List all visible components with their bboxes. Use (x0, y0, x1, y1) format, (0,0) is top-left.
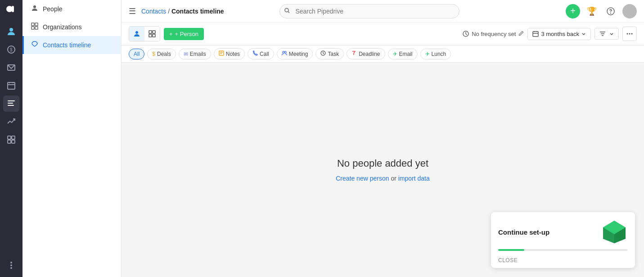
toolbar: + + Person No frequency set 3 months bac… (122, 23, 644, 45)
organizations-icon (31, 23, 38, 32)
edit-frequency-icon[interactable] (518, 31, 524, 37)
filter-chevron (609, 32, 614, 36)
chip-deadline-label: Deadline (359, 51, 380, 57)
nav-mail-icon[interactable] (3, 59, 19, 76)
chip-meeting[interactable]: Meeting (277, 48, 313, 59)
hamburger-icon[interactable]: ☰ (129, 6, 136, 16)
people-icon (31, 5, 38, 14)
sidebar-item-people[interactable]: People (23, 0, 121, 18)
chip-notes-label: Notes (226, 51, 240, 57)
create-person-link[interactable]: Create new person (336, 175, 389, 182)
search-icon (284, 7, 290, 15)
search-bar (279, 4, 459, 18)
chip-deadline[interactable]: Deadline (347, 48, 385, 59)
nav-calendar-icon[interactable] (3, 77, 19, 94)
svg-rect-28 (149, 34, 152, 37)
filter-icon (599, 31, 606, 37)
chip-notes-icon (219, 50, 224, 57)
add-person-label: + Person (175, 31, 198, 37)
chip-all-label: All (134, 51, 140, 57)
svg-rect-13 (12, 140, 15, 143)
svg-point-16 (10, 267, 12, 269)
chip-lunch-label: Lunch (432, 51, 446, 57)
frequency-label: No frequency set (472, 31, 516, 37)
svg-rect-26 (149, 31, 152, 33)
svg-rect-9 (8, 105, 14, 106)
svg-rect-11 (12, 136, 15, 139)
main-content: ☰ Contacts / Contacts timeline + 🏆 (122, 0, 644, 277)
svg-rect-31 (533, 32, 538, 36)
svg-point-32 (627, 33, 628, 35)
view-list-button[interactable] (129, 27, 144, 41)
svg-point-15 (10, 264, 12, 266)
svg-rect-21 (35, 27, 38, 29)
setup-card-body (491, 249, 635, 251)
more-dots-icon (626, 31, 633, 37)
help-icon[interactable] (603, 4, 618, 18)
view-grid-button[interactable] (144, 27, 160, 41)
chip-email-label: Email (399, 51, 413, 57)
chip-lunch[interactable]: ✈ Lunch (420, 49, 451, 59)
chip-email-icon: ✈ (393, 51, 397, 57)
sidebar-timeline-label: Contacts timeline (43, 41, 91, 49)
setup-card-title: Continue set-up (498, 228, 549, 236)
breadcrumb: Contacts / Contacts timeline (141, 8, 224, 15)
svg-rect-12 (8, 140, 11, 143)
topbar-actions: + 🏆 (566, 4, 637, 18)
breadcrumb-parent[interactable]: Contacts (141, 8, 166, 15)
more-options-button[interactable] (622, 27, 637, 41)
setup-close-button[interactable]: CLOSE (498, 257, 518, 263)
add-person-icon: + (169, 31, 173, 37)
svg-rect-7 (8, 100, 15, 101)
nav-products-icon[interactable] (3, 132, 19, 148)
svg-point-17 (33, 5, 36, 8)
svg-rect-8 (8, 103, 13, 104)
chip-deals[interactable]: $ Deals (147, 49, 176, 59)
date-range-chevron (581, 32, 586, 36)
sidebar-people-label: People (43, 5, 63, 13)
nav-contacts-icon[interactable] (3, 23, 19, 40)
svg-rect-27 (153, 31, 155, 33)
svg-rect-19 (35, 23, 38, 26)
chip-notes[interactable]: Notes (214, 48, 245, 59)
chip-emails-label: Emails (190, 51, 206, 57)
app-logo[interactable] (4, 4, 18, 18)
svg-point-14 (10, 262, 12, 263)
sidebar-item-organizations[interactable]: Organizations (23, 18, 121, 36)
nav-timeline-icon[interactable] (3, 95, 19, 112)
setup-progress-bar (498, 249, 628, 251)
nav-deals-icon[interactable]: $ (3, 41, 19, 58)
sidebar-item-contacts-timeline[interactable]: Contacts timeline (23, 36, 121, 54)
chip-email[interactable]: ✈ Email (388, 49, 418, 59)
svg-point-22 (285, 8, 288, 12)
import-data-link[interactable]: import data (398, 175, 430, 182)
filter-button[interactable] (594, 28, 619, 40)
chip-all[interactable]: All (129, 49, 144, 59)
search-input[interactable] (279, 4, 459, 18)
date-range-button[interactable]: 3 months back (527, 28, 591, 40)
chip-emails[interactable]: ✉ Emails (179, 49, 211, 59)
setup-card: Continue set-up (491, 212, 635, 268)
content-area: + + Person No frequency set 3 months bac… (122, 23, 644, 277)
nav-insights-icon[interactable] (3, 114, 19, 130)
avatar[interactable] (622, 4, 637, 18)
chip-call[interactable]: Call (248, 48, 274, 59)
add-person-button[interactable]: + + Person (164, 28, 204, 40)
chip-deals-label: Deals (157, 51, 171, 57)
breadcrumb-separator: / (168, 8, 171, 15)
filter-chips: All $ Deals ✉ Emails Notes Call (122, 45, 644, 63)
add-button[interactable]: + (566, 4, 580, 18)
topbar: ☰ Contacts / Contacts timeline + 🏆 (122, 0, 644, 23)
trophy-icon[interactable]: 🏆 (585, 4, 599, 18)
frequency-control[interactable]: No frequency set (463, 31, 524, 37)
svg-rect-10 (8, 136, 11, 139)
nav-more-icon[interactable] (3, 257, 19, 273)
empty-links: Create new person or import data (336, 175, 430, 182)
chip-task[interactable]: Task (315, 48, 344, 59)
svg-rect-35 (219, 51, 224, 55)
breadcrumb-current: Contacts timeline (171, 8, 224, 15)
view-toggle (129, 26, 160, 41)
chip-emails-icon: ✉ (184, 51, 188, 57)
contacts-timeline-icon (31, 41, 38, 50)
setup-card-header: Continue set-up (491, 212, 635, 249)
